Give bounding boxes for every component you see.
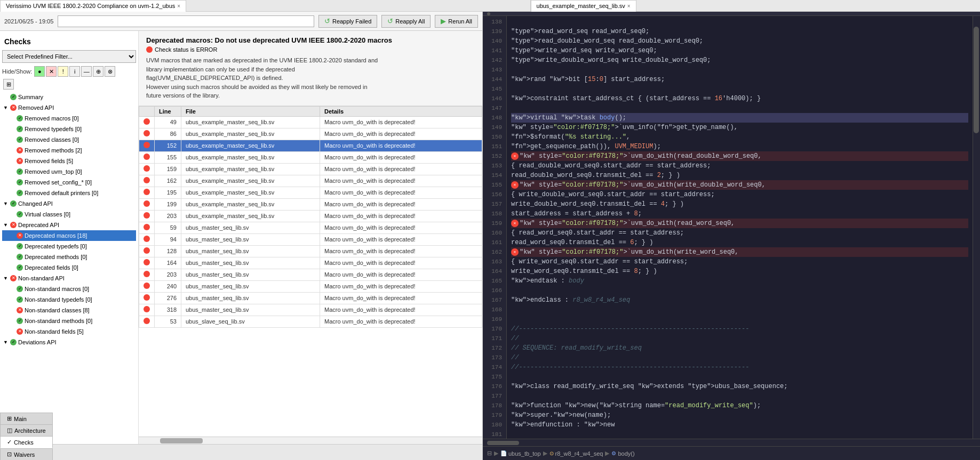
reapply-failed-button[interactable]: ↺ Reapply Failed (318, 15, 377, 28)
table-row[interactable]: 94ubus_master_seq_lib.svMacro uvm_do_wit… (139, 233, 482, 245)
line-numbers: 1381391401411421431441451461471481491501… (483, 16, 507, 439)
table-row[interactable]: 203ubus_example_master_seq_lib.svMacro u… (139, 210, 482, 222)
table-row[interactable]: 59ubus_master_seq_lib.svMacro uvm_do_wit… (139, 222, 482, 233)
row-line: 128 (155, 245, 181, 257)
code-area[interactable]: "type">read_word_seq read_word_seq0; "ty… (507, 16, 973, 439)
code-line: "kw">endtask : body (511, 276, 968, 286)
right-tab-close[interactable]: × (627, 3, 631, 9)
show-multi-button[interactable]: ⊕ (93, 66, 103, 77)
table-row[interactable]: 276ubus_master_seq_lib.svMacro uvm_do_wi… (139, 292, 482, 304)
show-minus-button[interactable]: — (81, 66, 92, 77)
sidebar-item-removed-macros[interactable]: ✓Removed macros [0] (2, 113, 136, 124)
bottom-tab-checks[interactable]: ✓ Checks (0, 436, 53, 448)
row-line: 159 (155, 163, 181, 175)
sidebar-item-ns-macros[interactable]: ✓Non-standard macros [0] (2, 284, 136, 294)
sidebar-item-deprecated-macros[interactable]: ✕Deprecated macros [18] (2, 230, 136, 241)
row-file: ubus_example_master_seq_lib.sv (181, 198, 320, 210)
code-line: "kw">rand "kw">bit [15:0] start_address; (511, 75, 968, 84)
table-row[interactable]: 49ubus_example_master_seq_lib.svMacro uv… (139, 116, 482, 128)
row-details: Macro uvm_do_with is deprecated! (320, 245, 482, 257)
line-number: 140 (483, 36, 502, 46)
code-text: "type">read_word_seq read_word_seq0; (511, 27, 649, 36)
code-line: "kw">class read_modify_write_seq "kw">ex… (511, 382, 968, 391)
hscroll-thumb[interactable] (160, 438, 203, 443)
table-row[interactable]: 318ubus_master_seq_lib.svMacro uvm_do_wi… (139, 304, 482, 316)
sidebar-item-removed-methods[interactable]: ✕Removed methods [2] (2, 145, 136, 156)
table-row[interactable]: 152ubus_example_master_seq_lib.svMacro u… (139, 140, 482, 151)
sidebar-item-ns-classes[interactable]: ✕Non-standard classes [8] (2, 305, 136, 316)
sidebar-item-deprecated-fields[interactable]: ✓Deprecated fields [0] (2, 262, 136, 273)
bottom-tab-architecture[interactable]: ◫ Architecture (0, 424, 53, 436)
table-row[interactable]: 53ubus_slave_seq_lib.svMacro uvm_do_with… (139, 316, 482, 327)
status-dot-green: ✓ (10, 200, 17, 207)
sidebar-item-removed-fields[interactable]: ✕Removed fields [5] (2, 156, 136, 166)
table-row[interactable]: 86ubus_example_master_seq_lib.svMacro uv… (139, 128, 482, 140)
table-row[interactable]: 159ubus_example_master_seq_lib.svMacro u… (139, 163, 482, 175)
bottom-tab-main[interactable]: ⊞ Main (0, 413, 53, 424)
sidebar-item-summary[interactable]: ✓Summary (2, 92, 136, 102)
row-details: Macro uvm_do_with is deprecated! (320, 280, 482, 292)
show-extra-button[interactable]: ⊗ (105, 66, 115, 77)
sidebar-item-changed-api[interactable]: ▼✓Changed API (2, 198, 136, 209)
sidebar-item-deprecated-api[interactable]: ▼✕Deprecated API (2, 220, 136, 230)
left-editor-tab[interactable]: Verissimo UVM IEEE 1800.2-2020 Complianc… (0, 0, 186, 12)
reapply-all-button[interactable]: ↺ Reapply All (381, 15, 431, 28)
show-green-button[interactable]: ● (34, 66, 45, 77)
show-info-button[interactable]: i (69, 66, 80, 77)
editor-bottom-scroll[interactable] (483, 439, 980, 446)
breadcrumb-sep2: ▶ (543, 450, 547, 457)
sidebar-item-nonstandard-api[interactable]: ▼✕Non-standard API (2, 273, 136, 284)
bottom-tab-waivers[interactable]: ⊡ Waivers (0, 448, 53, 460)
sidebar-item-removed-classes[interactable]: ✓Removed classes [0] (2, 134, 136, 145)
row-file: ubus_example_master_seq_lib.sv (181, 175, 320, 187)
code-line: "kw">virtual "kw">task body(); (511, 113, 968, 123)
show-red-button[interactable]: ✕ (46, 66, 57, 77)
sidebar-label: Deprecated typedefs [0] (25, 241, 87, 251)
filter-select[interactable]: Select Predefined Filter... (2, 50, 136, 63)
row-file: ubus_example_master_seq_lib.sv (181, 128, 320, 140)
left-tab-close[interactable]: × (177, 3, 180, 9)
code-text: read_word_seq0.transmit_del == 6; } ) (511, 238, 653, 247)
table-row[interactable]: 240ubus_master_seq_lib.svMacro uvm_do_wi… (139, 280, 482, 292)
sidebar-item-virtual-classes[interactable]: ✓Virtual classes [0] (2, 209, 136, 220)
table-row[interactable]: 203ubus_master_seq_lib.svMacro uvm_do_wi… (139, 269, 482, 280)
sidebar-item-deviations-api[interactable]: ▼✓Deviations API (2, 337, 136, 348)
table-row[interactable]: 128ubus_master_seq_lib.svMacro uvm_do_wi… (139, 245, 482, 257)
sidebar-item-removed-api[interactable]: ▼✕Removed API (2, 102, 136, 113)
sidebar-item-removed-default-printers[interactable]: ✓Removed default printers [0] (2, 188, 136, 198)
table-row[interactable]: 199ubus_example_master_seq_lib.svMacro u… (139, 198, 482, 210)
row-icon-cell (139, 140, 155, 151)
reapply-all-label: Reapply All (395, 18, 425, 25)
show-yellow-button[interactable]: ! (58, 66, 68, 77)
sidebar-item-ns-methods[interactable]: ✓Non-standard methods [0] (2, 316, 136, 326)
right-editor-tab[interactable]: ubus_example_master_seq_lib.sv × (531, 0, 636, 12)
col-details: Details (320, 106, 482, 116)
sidebar-item-removed-set-config[interactable]: ✓Removed set_config_* [0] (2, 177, 136, 188)
sidebar-item-deprecated-methods[interactable]: ✓Deprecated methods [0] (2, 252, 136, 262)
sidebar-item-ns-fields[interactable]: ✕Non-standard fields [5] (2, 326, 136, 337)
status-dot-green: ✓ (17, 136, 23, 143)
toolbar-search-input[interactable] (58, 15, 314, 27)
table-row[interactable]: 195ubus_example_master_seq_lib.svMacro u… (139, 187, 482, 198)
editor-scrollbar[interactable] (973, 16, 980, 439)
sidebar-item-ns-typedefs[interactable]: ✓Non-standard typedefs [0] (2, 294, 136, 305)
table-row[interactable]: 155ubus_example_master_seq_lib.svMacro u… (139, 151, 482, 163)
rerun-button[interactable]: ▶ Rerun All (435, 15, 478, 28)
sidebar-item-removed-typedefs[interactable]: ✓Removed typedefs [0] (2, 124, 136, 134)
show-all-button[interactable]: ⊞ (3, 79, 14, 90)
table-row[interactable]: 164ubus_master_seq_lib.svMacro uvm_do_wi… (139, 257, 482, 269)
code-line: "kw">constraint start_address_ct { (star… (511, 94, 968, 103)
row-file: ubus_example_master_seq_lib.sv (181, 210, 320, 222)
table-hscroll[interactable] (139, 437, 482, 444)
breadcrumb-tb-icon: 📄 ubus_tb_top (500, 450, 541, 457)
row-file: ubus_master_seq_lib.sv (181, 222, 320, 233)
row-icon-cell (139, 198, 155, 210)
editor-hscroll-thumb[interactable] (487, 441, 519, 445)
sidebar-item-deprecated-typedefs[interactable]: ✓Deprecated typedefs [0] (2, 241, 136, 252)
table-row[interactable]: 162ubus_example_master_seq_lib.svMacro u… (139, 175, 482, 187)
row-error-dot (144, 177, 150, 183)
row-file: ubus_master_seq_lib.sv (181, 292, 320, 304)
sidebar-item-removed-uvm-top[interactable]: ✓Removed uvm_top [0] (2, 166, 136, 177)
editor-scrollbar-thumb[interactable] (974, 27, 979, 133)
code-line: ✕ "kw" style="color:#f07178;">`uvm_do_wi… (511, 180, 968, 190)
